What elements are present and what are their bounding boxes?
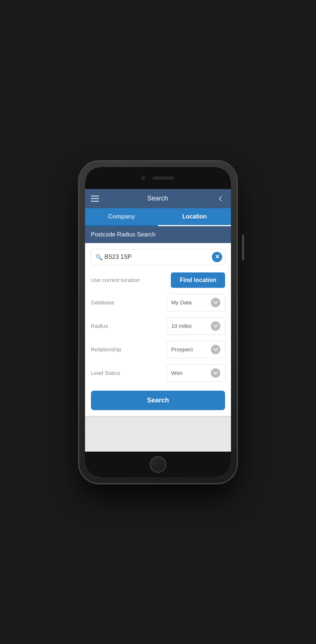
find-location-row: Use current location Find location [91,272,225,288]
relationship-chevron-icon [211,345,220,354]
phone-screen: Search Company Location Postcode Radius … [85,167,231,477]
back-button[interactable] [216,194,225,203]
camera [142,176,145,180]
top-bezel [85,167,231,189]
postcode-search-wrapper: 🔍 ✕ [91,249,225,265]
relationship-dropdown[interactable]: Prospect [166,341,225,358]
section-header: Postcode Radius Search [85,226,231,243]
database-label: Database [91,299,166,305]
phone-frame: Search Company Location Postcode Radius … [79,161,237,483]
search-icon: 🔍 [95,253,103,260]
find-location-button[interactable]: Find location [171,272,225,288]
lead-status-row: Lead Status Won [91,364,225,382]
lead-status-dropdown[interactable]: Won [166,364,225,382]
side-button[interactable] [242,235,244,260]
tabs-bar: Company Location [85,208,231,226]
use-current-location-label: Use current location [91,277,171,283]
form-card: 🔍 ✕ Use current location Find location D… [85,243,231,416]
postcode-input[interactable] [91,249,225,265]
hamburger-menu-button[interactable] [91,196,99,202]
relationship-row: Relationship Prospect [91,341,225,358]
tab-company[interactable]: Company [85,208,158,225]
lead-status-value: Won [171,370,183,376]
speaker [153,177,174,180]
radius-row: Radius 10 miles [91,317,225,335]
radius-dropdown[interactable]: 10 miles [166,317,225,335]
header-title: Search [147,195,168,202]
radius-chevron-icon [211,321,220,331]
database-value: My Data [171,299,192,305]
lead-status-chevron-icon [211,368,220,378]
bottom-bezel [85,452,231,477]
search-button[interactable]: Search [91,391,225,410]
tab-location[interactable]: Location [158,208,231,226]
radius-value: 10 miles [171,323,192,329]
radius-label: Radius [91,323,166,329]
relationship-value: Prospect [171,346,193,352]
database-row: Database My Data [91,294,225,311]
clear-input-button[interactable]: ✕ [212,252,222,262]
section-title: Postcode Radius Search [91,231,155,238]
screen-content: Search Company Location Postcode Radius … [85,189,231,452]
relationship-label: Relationship [91,346,166,352]
database-chevron-icon [211,298,220,307]
home-button[interactable] [150,456,166,473]
lead-status-label: Lead Status [91,370,166,376]
app-header: Search [85,189,231,208]
database-dropdown[interactable]: My Data [166,294,225,311]
